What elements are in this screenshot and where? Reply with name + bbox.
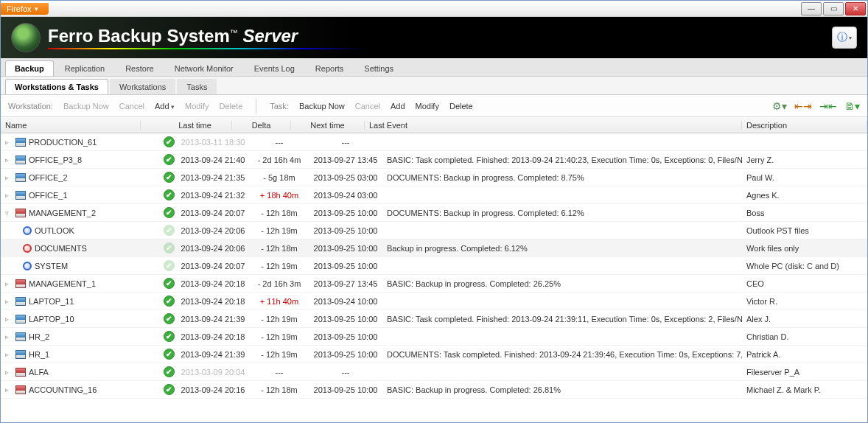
cell-delta: --- (250, 368, 309, 377)
subtab-tasks[interactable]: Tasks (177, 79, 217, 94)
toolbar: Workstation: Backup Now Cancel Add Modif… (1, 95, 867, 117)
workstation-row[interactable]: ▹MANAGEMENT_12013-09-24 20:18- 2d 16h 3m… (1, 275, 867, 293)
name-cell: ▹OFFICE_2 (1, 173, 158, 182)
expand-arrow-icon[interactable]: ▹ (5, 315, 13, 323)
ws-delete[interactable]: Delete (219, 102, 242, 111)
col-event[interactable]: Last Event (365, 121, 742, 130)
col-last[interactable]: Last time (158, 121, 232, 130)
workstation-icon (15, 315, 26, 324)
workstation-row[interactable]: ▹ALFA2013-03-09 20:04------Fileserver P_… (1, 363, 867, 381)
cell-next-time: --- (309, 368, 382, 377)
cell-next-time: 2013-09-24 10:00 (309, 297, 382, 306)
info-button[interactable]: ⓘ (832, 27, 857, 49)
cell-description: Agnes K. (742, 191, 867, 200)
cell-delta: - 12h 19m (250, 262, 309, 270)
subtab-workstations-tasks[interactable]: Workstations & Tasks (5, 79, 108, 94)
subtab-workstations[interactable]: Workstations (110, 79, 175, 94)
tab-events-log[interactable]: Events Log (245, 60, 304, 76)
tab-reports[interactable]: Reports (306, 60, 354, 76)
cell-delta: - 12h 19m (250, 226, 309, 235)
cell-description: Alex J. (742, 315, 867, 324)
workstation-row[interactable]: ▹HR_12013-09-24 21:39- 12h 19m2013-09-25… (1, 346, 867, 363)
expand-arrow-icon[interactable]: ▹ (5, 351, 13, 358)
workstation-row[interactable]: ▹OFFICE_12013-09-24 21:32+ 18h 40m2013-0… (1, 186, 867, 204)
cell-next-time: 2013-09-25 10:00 (309, 226, 382, 235)
row-name: HR_2 (29, 332, 49, 341)
task-add[interactable]: Add (391, 102, 405, 111)
expand-arrow-icon[interactable]: ▹ (5, 192, 13, 199)
expand-arrow-icon[interactable]: ▹ (5, 139, 13, 146)
col-name[interactable]: Name (1, 121, 141, 130)
row-name: PRODUCTION_61 (29, 138, 97, 147)
cell-next-time: 2013-09-27 13:45 (309, 155, 382, 164)
cell-description: Michael Z. & Mark P. (742, 385, 867, 394)
task-modify[interactable]: Modify (416, 102, 439, 111)
task-row[interactable]: DOCUMENTS2013-09-24 20:06- 12h 18m2013-0… (1, 240, 867, 257)
name-cell: ▹OFFICE_1 (1, 191, 158, 200)
workstation-row[interactable]: ▹LAPTOP_102013-09-24 21:39- 12h 19m2013-… (1, 310, 867, 328)
expand-arrow-icon[interactable]: ▹ (5, 174, 13, 181)
gear-icon[interactable]: ⚙▾ (772, 100, 787, 112)
col-next[interactable]: Next time (291, 121, 365, 130)
tree-collapse-icon[interactable]: ⇤⇥ (794, 100, 812, 112)
task-cancel[interactable]: Cancel (355, 102, 380, 111)
col-delta[interactable]: Delta (232, 121, 291, 130)
expand-arrow-icon[interactable]: ▹ (5, 156, 13, 164)
expand-arrow-icon[interactable]: ▿ (5, 209, 13, 217)
row-name: HR_1 (29, 350, 49, 359)
tab-backup[interactable]: Backup (5, 60, 54, 76)
export-icon[interactable]: 🗎▾ (844, 100, 860, 112)
workstation-icon (15, 191, 26, 200)
task-delete[interactable]: Delete (449, 102, 473, 111)
workstation-row[interactable]: ▹ACCOUNTING_162013-09-24 20:16- 12h 18m2… (1, 381, 867, 399)
status-check-icon (163, 313, 175, 325)
expand-arrow-icon[interactable]: ▹ (5, 368, 13, 376)
workstation-row[interactable]: ▹LAPTOP_112013-09-24 20:18+ 11h 40m2013-… (1, 293, 867, 310)
tab-restore[interactable]: Restore (116, 60, 164, 76)
expand-arrow-icon[interactable]: ▹ (5, 333, 13, 340)
cell-last-event: BASIC: Backup in progress. Completed: 26… (382, 385, 742, 394)
cell-next-time: 2013-09-25 10:00 (309, 262, 382, 270)
workstation-row[interactable]: ▹OFFICE_P3_82013-09-24 21:40- 2d 16h 4m2… (1, 151, 867, 169)
cell-last-time: 2013-09-24 20:07 (176, 209, 250, 217)
cell-last-event: BASIC: Backup in progress. Completed: 26… (382, 279, 742, 288)
maximize-button[interactable]: ▭ (823, 2, 844, 15)
ws-backup-now[interactable]: Backup Now (63, 102, 109, 111)
grid-body[interactable]: ▹PRODUCTION_612013-03-11 18:30------▹OFF… (1, 133, 867, 413)
cell-last-time: 2013-03-09 20:04 (176, 368, 250, 377)
ws-cancel[interactable]: Cancel (119, 102, 144, 111)
workstation-row[interactable]: ▿MANAGEMENT_22013-09-24 20:07- 12h 18m20… (1, 204, 867, 222)
workstation-row[interactable]: ▹HR_22013-09-24 20:18- 12h 19m2013-09-25… (1, 328, 867, 346)
cell-delta: - 12h 19m (250, 332, 309, 341)
cell-delta: - 5g 18m (250, 173, 309, 182)
ws-modify[interactable]: Modify (185, 102, 209, 111)
expand-arrow-icon[interactable]: ▹ (5, 386, 13, 394)
cell-last-time: 2013-09-24 20:18 (176, 279, 250, 288)
workstation-row[interactable]: ▹PRODUCTION_612013-03-11 18:30------ (1, 133, 867, 151)
expand-arrow-icon[interactable]: ▹ (5, 280, 13, 287)
tab-network-monitor[interactable]: Network Monitor (165, 60, 243, 76)
workstation-icon (15, 332, 26, 341)
ws-add[interactable]: Add (155, 102, 175, 111)
status-check-icon (163, 207, 175, 219)
cell-last-event: DOCUMENTS: Task completed. Finished: 201… (382, 350, 742, 359)
cell-last-time: 2013-09-24 20:07 (176, 262, 250, 270)
task-row[interactable]: SYSTEM2013-09-24 20:07- 12h 19m2013-09-2… (1, 257, 867, 275)
firefox-menu-button[interactable]: Firefox (1, 3, 49, 15)
workstation-icon (15, 279, 26, 288)
name-cell: ▹LAPTOP_10 (1, 315, 158, 324)
task-row[interactable]: OUTLOOK2013-09-24 20:06- 12h 19m2013-09-… (1, 222, 867, 240)
workstation-row[interactable]: ▹OFFICE_22013-09-24 21:35- 5g 18m2013-09… (1, 169, 867, 186)
tab-replication[interactable]: Replication (55, 60, 114, 76)
task-backup-now[interactable]: Backup Now (299, 102, 345, 111)
tab-settings[interactable]: Settings (354, 60, 403, 76)
tree-expand-icon[interactable]: ⇥⇤ (819, 100, 837, 112)
name-cell: ▿MANAGEMENT_2 (1, 209, 158, 217)
status-check-icon (163, 296, 175, 307)
cell-next-time: 2013-09-25 10:00 (309, 244, 382, 253)
col-desc[interactable]: Description (742, 121, 867, 130)
close-button[interactable]: ✕ (845, 2, 866, 15)
expand-arrow-icon[interactable]: ▹ (5, 298, 13, 305)
name-cell: ▹ACCOUNTING_16 (1, 385, 158, 394)
minimize-button[interactable]: — (801, 2, 822, 15)
